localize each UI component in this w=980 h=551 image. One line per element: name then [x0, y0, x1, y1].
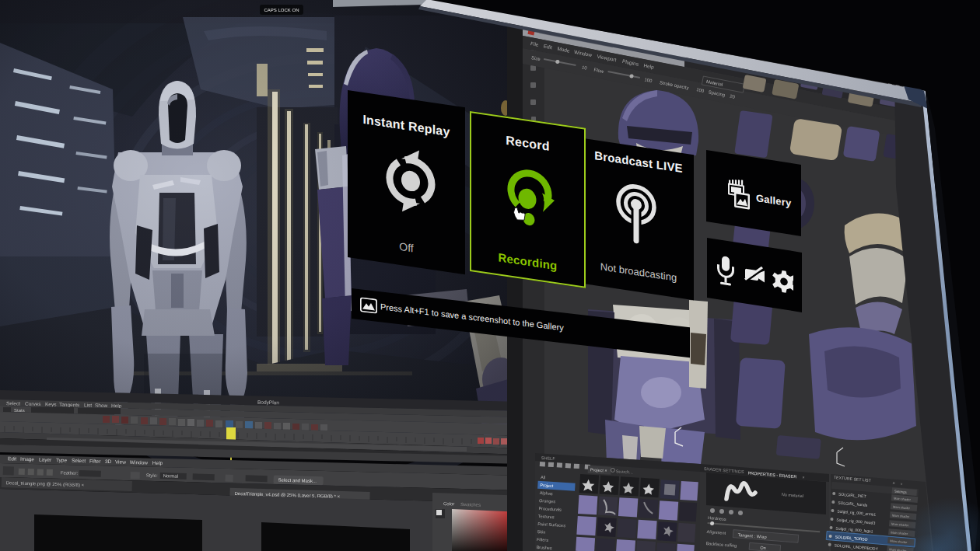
svg-text:On: On: [760, 545, 766, 550]
svg-text:Select: Select: [6, 400, 20, 406]
svg-text:Filter: Filter: [89, 458, 101, 463]
svg-text:≡: ≡: [892, 480, 894, 485]
svg-text:SHELF: SHELF: [541, 455, 556, 461]
svg-text:Swatches: Swatches: [460, 502, 481, 507]
svg-text:List: List: [84, 402, 92, 407]
svg-text:View: View: [115, 459, 126, 464]
svg-text:All: All: [541, 475, 545, 480]
svg-text:Brushes: Brushes: [536, 545, 552, 550]
svg-text:Show: Show: [95, 403, 108, 408]
svg-text:Alphas: Alphas: [540, 490, 553, 496]
svg-text:Select: Select: [72, 458, 86, 464]
svg-text:×: ×: [802, 475, 805, 480]
svg-text:Color: Color: [443, 501, 455, 506]
svg-text:×: ×: [900, 481, 902, 486]
svg-text:Project: Project: [540, 483, 554, 488]
svg-text:Normal: Normal: [163, 473, 179, 479]
svg-text:Filters: Filters: [537, 537, 549, 542]
svg-text:Textures: Textures: [538, 514, 555, 519]
svg-text:Style:: Style:: [146, 473, 159, 478]
svg-text:Stats: Stats: [14, 408, 25, 413]
svg-text:Window: Window: [130, 459, 149, 466]
svg-text:CAPS LOCK ON: CAPS LOCK ON: [264, 8, 299, 12]
svg-text:3D: 3D: [105, 459, 112, 464]
svg-text:Curves: Curves: [25, 401, 41, 406]
svg-text:Edit: Edit: [8, 455, 17, 461]
svg-text:Feather:: Feather:: [61, 470, 79, 476]
svg-text:Skin: Skin: [537, 529, 546, 535]
